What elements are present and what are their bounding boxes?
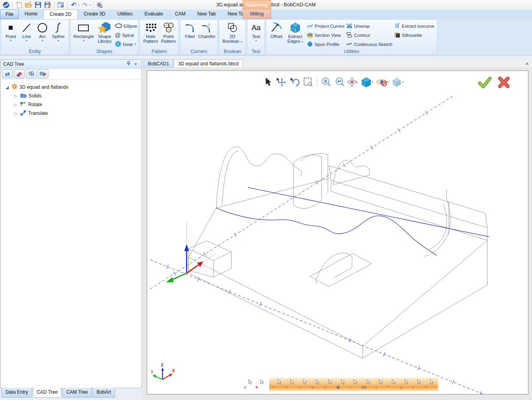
section-view-button[interactable]: Section View [306,31,345,39]
save-icon[interactable] [34,1,42,9]
filter-solid-icon[interactable]: ▦ [336,379,346,390]
doc-tab-bobcad1[interactable]: BobCAD1 [144,59,173,68]
viewport[interactable]: A ↩ ▾ ▾ ▾ ▾ [147,70,528,394]
rectangle-icon [77,21,90,34]
line-button[interactable]: Line▾ [19,21,34,43]
selection-confirm-icon[interactable]: ✓ [243,379,253,390]
pin-icon[interactable] [125,61,132,67]
layer-erase-icon[interactable] [38,69,48,78]
point-button[interactable]: Point▾ [3,21,19,43]
tree-item-translate[interactable]: ▷ Translate [5,109,142,118]
hole-pattern-button[interactable]: Hole Pattern [142,21,160,44]
spun-profile-button[interactable]: Spun Profile [306,40,345,48]
zoom-previous-icon[interactable]: ↩ [334,76,345,88]
expander-collapsed-icon[interactable]: ▷ [13,103,18,107]
view-settings-icon[interactable] [56,1,65,9]
extract-edges-button[interactable]: Extract Edges ▾ [285,21,306,44]
rotate-view-tool-icon[interactable] [289,76,300,88]
silhouette-button[interactable]: Silhouette [393,31,435,39]
select-tool-icon[interactable] [262,76,273,88]
tab-create-2d[interactable]: Create 2D [43,10,78,19]
ribbon-group-utilities: Offset Extract Edges ▾ Project Curves Se… [266,19,437,55]
bobcad-logo-icon[interactable] [2,1,10,9]
tab-file[interactable]: File [0,10,19,19]
hide-entities-icon[interactable]: ▾ [376,76,389,88]
settings-search-icon[interactable] [26,69,36,78]
text-button[interactable]: Aa Text▾ [249,21,263,43]
rebuild-icon[interactable]: ⇄ [2,69,13,78]
panel-tab-cad-tree[interactable]: CAD Tree [33,388,62,398]
tree-root-item[interactable]: ◢ 3D equad and flatlands [5,83,142,91]
zoom-fit-icon[interactable]: A [320,76,331,88]
new-file-icon[interactable] [15,1,23,9]
view-orientation-cube-icon[interactable]: ▾ [360,76,373,88]
spiral-button[interactable]: @ Spiral [114,31,138,39]
undo-dropdown-icon[interactable]: ▾ [78,3,80,7]
gear-button[interactable]: Gear▾ [114,40,138,48]
contour-button[interactable]: Contour [345,31,393,39]
confirm-check-icon[interactable] [478,76,492,88]
wireframe-model [147,71,528,394]
shape-library-button[interactable]: Shape Library [95,21,114,44]
expander-collapsed-icon[interactable]: ▷ [13,111,18,116]
document-close-icon[interactable]: × [525,61,529,67]
fillet-button[interactable]: Fillet [182,21,198,39]
workplane-icon[interactable]: ▾ [347,76,358,88]
extract-isocurve-button[interactable]: Extract Isocurve [393,22,435,30]
svg-text:A: A [324,79,327,84]
tab-evaluate[interactable]: Evaluate [138,10,169,19]
filter-arc-icon[interactable]: ◠ [387,379,397,390]
selection-cancel-icon[interactable]: × [255,379,265,390]
tab-cam[interactable]: CAM [169,10,191,19]
filter-line-icon[interactable]: ∖ [285,379,295,390]
continuous-sketch-button[interactable]: Continuous Sketch [345,40,393,48]
unwrap-button[interactable]: Unwrap [345,22,393,30]
ellipse-button[interactable]: Ellipse [114,22,138,30]
expander-expanded-icon[interactable]: ◢ [5,85,10,90]
filter-text-icon[interactable]: Aa [361,379,371,390]
extract-edges-icon [289,21,302,34]
tab-home[interactable]: Home [19,10,43,19]
expander-collapsed-icon[interactable]: ▷ [13,94,18,98]
panel-tab-cam-tree[interactable]: CAM Tree [62,388,92,398]
ribbon-group-shapes: Rectangle▾ Shape Library Ellipse @ Spira… [70,19,138,55]
arc-button[interactable]: Arc▾ [34,21,50,43]
filter-point-icon[interactable]: ▪ [272,379,283,390]
offset-button[interactable]: Offset [268,21,285,39]
2d-boolean-button[interactable]: 2D Boolean ▾ [221,21,244,44]
doc-tab-active[interactable]: 3D equad and flatlands.bbcd [174,59,243,68]
svg-text:X: X [172,369,175,373]
filter-spline-icon[interactable]: ∿ [310,379,321,390]
filter-surface-icon[interactable]: △ [399,379,410,390]
tab-new-tab-1[interactable]: New Tab [191,10,222,19]
filter-dimension-icon[interactable]: ⊥ [374,379,384,390]
debug-tool-icon[interactable] [95,1,104,9]
tree-item-rotate[interactable]: ▷ Rotate [5,100,142,109]
undo-icon[interactable]: ↶ [69,1,78,9]
tab-utilities[interactable]: Utilities [111,10,139,19]
filter-pattern-icon[interactable]: ∴ [348,379,359,390]
panel-close-icon[interactable]: × [132,61,139,67]
window-zoom-tool-icon[interactable] [302,76,314,88]
filter-circle-icon[interactable]: ○ [298,379,308,390]
pan-tool-icon[interactable] [276,76,287,88]
project-curves-button[interactable]: Project Curves [306,22,345,30]
rectangle-button[interactable]: Rectangle▾ [72,21,95,43]
erase-icon[interactable] [14,69,25,78]
tab-milling[interactable]: Milling [243,10,271,19]
tab-create-3d[interactable]: Create 3D [78,10,111,19]
tree-item-solids[interactable]: ▷ Solids [5,91,142,100]
filter-shape-icon[interactable]: ▭ [323,379,333,390]
filter-midpoint-icon[interactable]: ÷ [425,379,435,390]
filter-endpoint-icon[interactable]: • [412,379,422,390]
panel-tab-bobart[interactable]: BobArt [92,388,115,398]
open-file-icon[interactable] [24,1,33,9]
spline-button[interactable]: Spline▾ [50,21,66,43]
cancel-x-icon[interactable] [497,76,511,88]
save-as-icon[interactable] [43,1,52,9]
chamfer-button[interactable]: Chamfer [198,21,216,39]
point-pattern-button[interactable]: Point Pattern [160,21,177,44]
fillet-icon [184,21,195,34]
origin-display-icon[interactable]: ▾ [391,76,404,88]
panel-tab-data-entry[interactable]: Data Entry [2,388,32,398]
